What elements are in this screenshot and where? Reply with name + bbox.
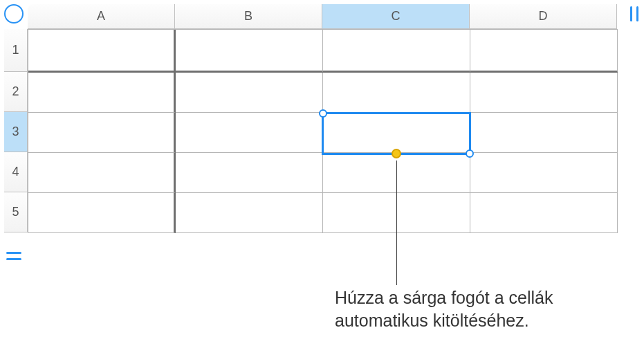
row-header-label: 3 (12, 125, 19, 139)
table-row (28, 30, 618, 73)
column-header-label: D (539, 9, 548, 24)
column-header-row: A B C D (28, 4, 617, 29)
select-all-corner[interactable] (4, 4, 24, 24)
callout-leader-line (396, 161, 397, 285)
cell-D5[interactable] (470, 193, 618, 233)
cell-B3[interactable] (176, 113, 323, 153)
column-header-A[interactable]: A (28, 4, 175, 29)
row-header-5[interactable]: 5 (4, 192, 28, 232)
table-row (28, 193, 618, 233)
cell-A3[interactable] (28, 113, 176, 153)
table-row (28, 153, 618, 193)
column-header-label: C (392, 9, 401, 24)
add-row-handle-icon[interactable] (4, 248, 24, 264)
cell-C3[interactable] (323, 113, 470, 153)
add-column-handle-icon[interactable] (626, 4, 643, 24)
cell-B5[interactable] (176, 193, 323, 233)
row-header-2[interactable]: 2 (4, 72, 28, 112)
table-row (28, 113, 618, 153)
cell-A2[interactable] (28, 73, 176, 113)
row-header-col: 1 2 3 4 5 (4, 29, 28, 232)
callout-text: Húzza a sárga fogót a cellák automatikus… (335, 286, 570, 331)
column-header-B[interactable]: B (175, 4, 322, 29)
cell-C2[interactable] (323, 73, 470, 113)
cell-B1[interactable] (176, 30, 323, 73)
column-header-label: A (97, 9, 105, 24)
column-header-D[interactable]: D (470, 4, 617, 29)
row-header-3[interactable]: 3 (4, 112, 28, 152)
row-header-1[interactable]: 1 (4, 29, 28, 72)
cell-B2[interactable] (176, 73, 323, 113)
row-header-label: 1 (12, 43, 19, 57)
table-row (28, 73, 618, 113)
cell-A4[interactable] (28, 153, 176, 193)
column-header-C[interactable]: C (322, 4, 470, 29)
cell-C1[interactable] (323, 30, 470, 73)
row-header-label: 2 (12, 84, 19, 99)
column-header-label: B (244, 9, 252, 24)
cell-D1[interactable] (470, 30, 618, 73)
cell-B4[interactable] (176, 153, 323, 193)
row-header-label: 5 (12, 205, 19, 219)
callout-label: Húzza a sárga fogót a cellák automatikus… (335, 288, 553, 330)
cell-D2[interactable] (470, 73, 618, 113)
cell-D4[interactable] (470, 153, 618, 193)
cell-A5[interactable] (28, 193, 176, 233)
cell-D3[interactable] (470, 113, 618, 153)
row-header-4[interactable]: 4 (4, 152, 28, 192)
cell-grid (28, 29, 618, 233)
cell-A1[interactable] (28, 30, 176, 73)
row-header-label: 4 (12, 165, 19, 179)
